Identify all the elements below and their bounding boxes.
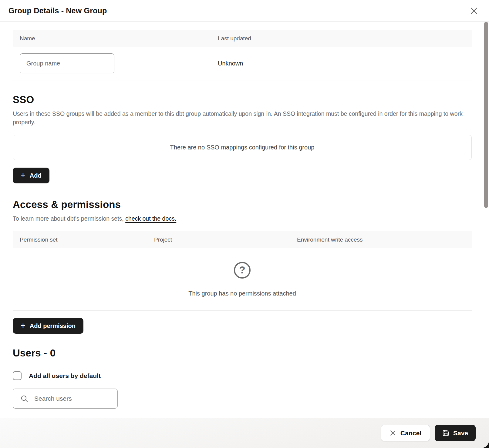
search-users-field[interactable] [13, 389, 118, 409]
permissions-table-header: Permission set Project Environment write… [13, 231, 472, 248]
close-button[interactable] [469, 5, 479, 16]
permissions-description-text: To learn more about dbt's permission set… [13, 215, 125, 222]
modal-content: Name Last updated Unknown SSO Users in t… [0, 22, 489, 418]
column-header-project: Project [147, 236, 290, 243]
add-sso-label: Add [30, 172, 42, 179]
modal-header: Group Details - New Group [0, 0, 489, 22]
save-button[interactable]: Save [435, 425, 476, 441]
add-all-users-checkbox[interactable] [13, 371, 22, 380]
permissions-actions: + Add permission [13, 318, 472, 334]
modal-title: Group Details - New Group [8, 6, 107, 15]
add-all-users-row: Add all users by default [13, 371, 472, 380]
group-name-input[interactable] [20, 53, 114, 73]
sso-description: Users in these SSO groups will be added … [13, 109, 469, 126]
scrollbar-thumb[interactable] [484, 22, 488, 208]
cancel-label: Cancel [400, 430, 421, 437]
question-glyph: ? [239, 264, 245, 276]
cancel-button[interactable]: Cancel [381, 425, 430, 441]
sso-empty-text: There are no SSO mappings configured for… [170, 144, 315, 151]
cancel-x-icon [390, 430, 396, 436]
sso-actions: + Add [13, 168, 472, 183]
add-sso-mapping-button[interactable]: + Add [13, 168, 49, 183]
sso-heading: SSO [13, 94, 472, 106]
column-header-last-updated: Last updated [211, 35, 472, 42]
save-label: Save [453, 430, 468, 437]
sso-empty-state: There are no SSO mappings configured for… [13, 135, 472, 160]
column-header-name: Name [13, 35, 211, 42]
add-all-users-label: Add all users by default [29, 372, 101, 379]
add-permission-label: Add permission [30, 323, 76, 329]
search-users-input[interactable] [34, 395, 114, 403]
name-table-header: Name Last updated [13, 30, 472, 47]
close-icon [470, 7, 478, 15]
permissions-empty-state: ? This group has no permissions attached [13, 248, 472, 311]
add-permission-button[interactable]: + Add permission [13, 318, 83, 334]
group-name-cell [13, 53, 211, 73]
modal-footer: Cancel Save [0, 418, 489, 448]
permissions-heading: Access & permissions [13, 199, 472, 211]
group-details-modal: Group Details - New Group Name Last upda… [0, 0, 489, 448]
docs-link[interactable]: check out the docs. [125, 215, 176, 222]
name-table-row: Unknown [13, 47, 472, 81]
plus-icon: + [21, 322, 25, 330]
plus-icon: + [21, 171, 25, 179]
last-updated-value: Unknown [211, 60, 472, 67]
column-header-permission-set: Permission set [13, 236, 147, 243]
question-circle-icon: ? [234, 262, 251, 279]
permissions-empty-text: This group has no permissions attached [13, 289, 472, 298]
search-icon [20, 395, 29, 403]
permissions-description: To learn more about dbt's permission set… [13, 214, 469, 223]
column-header-environment-write-access: Environment write access [290, 236, 472, 243]
save-floppy-icon [442, 430, 449, 436]
users-heading: Users - 0 [13, 347, 472, 359]
